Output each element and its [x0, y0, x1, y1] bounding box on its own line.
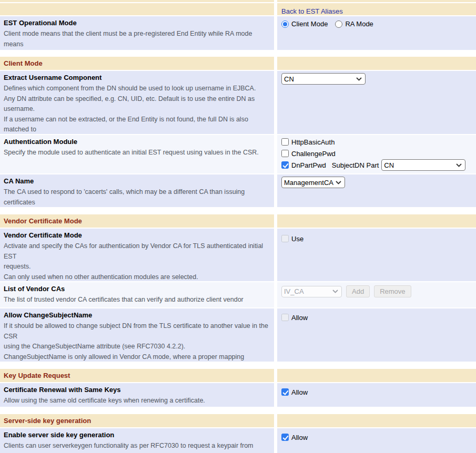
field-title: Enable server side key generation — [4, 431, 270, 439]
changesubjectname-allow-label: Allow — [291, 314, 308, 322]
extract-username-control-cell: CN — [277, 71, 476, 134]
subjectdn-part-label: SubjectDN Part — [332, 161, 379, 169]
heading-cell-left: Client Mode — [0, 57, 274, 70]
cert-renewal-allow-option: Allow — [281, 386, 473, 398]
vendor-ca-select: IV_CA — [281, 286, 342, 297]
dnpartpwd-label: DnPartPwd — [291, 161, 326, 169]
radio-client-mode-label: Client Mode — [291, 20, 328, 28]
field-description: If it should be allowed to change subjec… — [4, 321, 270, 362]
server-keygen-allow-checkbox[interactable] — [281, 434, 289, 441]
back-to-est-aliases-link[interactable]: Back to EST Aliases — [281, 7, 343, 15]
radio-ra-mode-label: RA Mode — [345, 20, 373, 28]
challengepwd-option: ChallengePwd — [281, 148, 473, 159]
table-top: Back to EST Aliases EST Operational Mode… — [0, 0, 476, 50]
field-description: Specify the module used to authenticate … — [4, 148, 270, 158]
row-key-update-heading: Key Update Request — [0, 369, 476, 382]
server-keygen-control-cell: Allow — [277, 428, 476, 453]
row-list-of-vendor-cas: List of Vendor CAs The list of trusted v… — [0, 282, 476, 307]
field-description: The list of trusted vendor CA certificat… — [4, 295, 270, 307]
est-operational-mode-control-cell: Client Mode RA Mode — [277, 16, 476, 50]
field-description: The CA used to respond to 'cacerts' call… — [4, 187, 270, 207]
row-enable-server-keygen: Enable server side key generation Client… — [0, 428, 476, 453]
field-description: Clients can user serverkeygen functional… — [4, 441, 270, 453]
field-description: Defines which component from the DN shou… — [4, 84, 270, 134]
server-keygen-allow-option: Allow — [281, 431, 473, 443]
row-top-spacer — [0, 0, 476, 2]
table-server-keygen: Server-side key generation Enable server… — [0, 414, 476, 453]
add-button: Add — [346, 285, 370, 297]
row-back-link: Back to EST Aliases — [0, 3, 476, 15]
row-est-operational-mode: EST Operational Mode Client mode means t… — [0, 16, 476, 50]
changesubjectname-label-cell: Allow ChangeSubjectName If it should be … — [0, 308, 274, 362]
heading-cell-right — [277, 369, 476, 382]
field-description: Client mode means that the client must b… — [4, 29, 270, 50]
authentication-module-control-cell: HttpBasicAuth ChallengePwd DnPartPwd Sub… — [277, 135, 476, 173]
select-value: CN — [384, 161, 394, 169]
field-title: List of Vendor CAs — [4, 285, 270, 293]
row-server-keygen-heading: Server-side key generation — [0, 414, 476, 427]
ca-name-select[interactable]: ManagementCA — [281, 177, 345, 188]
cert-renewal-label-cell: Certificate Renewal with Same Keys Allow… — [0, 383, 274, 407]
heading-cell-right — [277, 214, 476, 228]
server-keygen-allow-label: Allow — [291, 434, 308, 441]
section-heading: Vendor Certificate Mode — [0, 214, 274, 228]
section-heading: Key Update Request — [0, 369, 274, 382]
row-client-mode-heading: Client Mode — [0, 57, 476, 70]
httpbasicauth-checkbox[interactable] — [281, 138, 289, 146]
subjectdn-part-select[interactable]: CN — [381, 159, 465, 171]
vendor-use-option: Use — [281, 233, 473, 244]
vendor-cas-controls: IV_CA Add Remove — [281, 284, 473, 297]
field-title: Certificate Renewal with Same Keys — [4, 386, 270, 394]
extract-username-label-cell: Extract Username Component Defines which… — [0, 71, 274, 134]
section-heading: Server-side key generation — [0, 414, 274, 427]
challengepwd-label: ChallengePwd — [291, 150, 336, 158]
table-key-update: Key Update Request Certificate Renewal w… — [0, 369, 476, 407]
cert-renewal-allow-label: Allow — [291, 388, 308, 396]
dnpartpwd-checkbox[interactable] — [281, 161, 289, 169]
select-value: IV_CA — [284, 287, 304, 295]
changesubjectname-allow-checkbox — [281, 314, 289, 321]
chevron-down-icon — [356, 77, 362, 81]
httpbasicauth-option: HttpBasicAuth — [281, 136, 473, 148]
cert-renewal-control-cell: Allow — [277, 383, 476, 407]
heading-cell-left: Server-side key generation — [0, 414, 274, 427]
vendor-cas-label-cell: List of Vendor CAs The list of trusted v… — [0, 282, 274, 307]
field-title: Vendor Certificate Mode — [4, 231, 270, 240]
spacer-cell-right — [277, 0, 476, 2]
radio-selected-icon — [281, 20, 289, 28]
select-value: CN — [284, 75, 294, 83]
radio-client-mode[interactable]: Client Mode — [281, 20, 328, 28]
cert-renewal-allow-checkbox[interactable] — [281, 388, 289, 396]
row-extract-username: Extract Username Component Defines which… — [0, 71, 476, 134]
spacer-cell-left — [0, 0, 274, 2]
field-title: Extract Username Component — [4, 74, 270, 82]
radio-ra-mode[interactable]: RA Mode — [335, 20, 373, 28]
chevron-down-icon — [332, 290, 338, 293]
vendor-cas-control-cell: IV_CA Add Remove — [277, 282, 476, 307]
est-mode-radio-group: Client Mode RA Mode — [281, 18, 473, 28]
back-link-cell-left — [0, 3, 274, 15]
changesubjectname-control-cell: Allow — [277, 308, 476, 362]
radio-unselected-icon — [335, 20, 342, 28]
vendor-mode-control-cell: Use — [277, 229, 476, 281]
server-keygen-label-cell: Enable server side key generation Client… — [0, 428, 274, 453]
heading-cell-right — [277, 57, 476, 70]
table-vendor-mode: Vendor Certificate Mode Vendor Certifica… — [0, 214, 476, 362]
vendor-use-checkbox — [281, 235, 289, 242]
section-heading: Client Mode — [0, 57, 274, 70]
field-description: Allow using the same old certificate key… — [4, 396, 270, 406]
heading-cell-right — [277, 414, 476, 427]
extract-username-select[interactable]: CN — [281, 73, 366, 85]
ca-name-label-cell: CA Name The CA used to respond to 'cacer… — [0, 174, 274, 207]
select-value: ManagementCA — [284, 179, 333, 187]
field-title: Allow ChangeSubjectName — [4, 311, 270, 320]
chevron-down-icon — [456, 163, 462, 167]
field-description: Activate and specify the CAs for authent… — [4, 241, 270, 281]
changesubjectname-allow-option: Allow — [281, 312, 473, 323]
heading-cell-left: Vendor Certificate Mode — [0, 214, 274, 228]
field-title: Authentication Module — [4, 138, 270, 146]
row-authentication-module: Authentication Module Specify the module… — [0, 135, 476, 173]
challengepwd-checkbox[interactable] — [281, 150, 289, 157]
row-vendor-heading: Vendor Certificate Mode — [0, 214, 476, 228]
table-client-mode: Client Mode Extract Username Component D… — [0, 57, 476, 207]
